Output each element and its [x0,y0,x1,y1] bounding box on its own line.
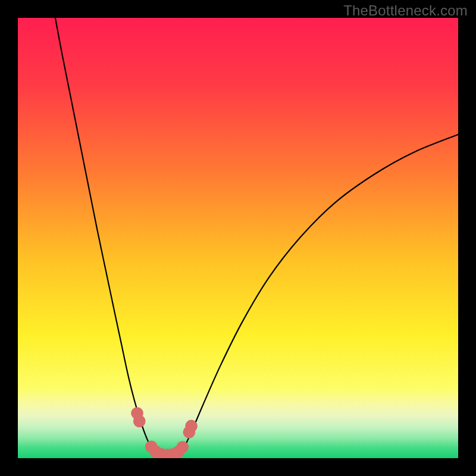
watermark-text: TheBottleneck.com [343,2,468,19]
data-marker [176,441,189,453]
plot-area [18,18,458,458]
data-marker [133,415,146,427]
chart-frame: TheBottleneck.com [0,0,476,476]
bottleneck-curve [55,18,458,456]
marker-group [131,407,198,458]
data-marker [185,420,198,433]
chart-svg [18,18,458,458]
